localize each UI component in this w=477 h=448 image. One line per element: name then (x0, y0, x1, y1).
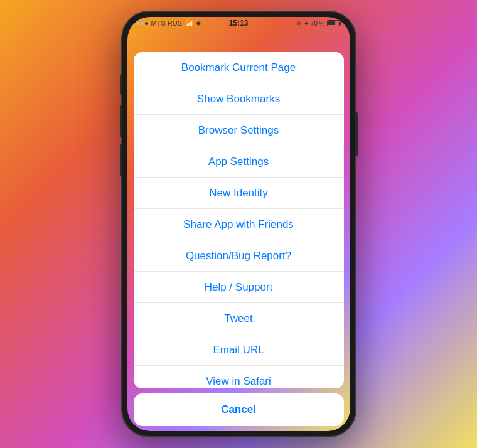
menu-item-help-support[interactable]: Help / Support (134, 272, 344, 303)
signal-dot-2 (141, 22, 144, 25)
wifi-icon: 📶 (185, 19, 194, 28)
phone-frame: MTS RUS 📶 ✹ 15:13 ◎ ✦ 70 % (121, 11, 356, 437)
menu-item-email-url[interactable]: Email URL (134, 334, 344, 366)
mute-button (120, 75, 122, 95)
status-time: 15:13 (229, 19, 249, 28)
menu-item-bookmark-current[interactable]: Bookmark Current Page (134, 52, 344, 83)
signal-dot-3 (145, 22, 148, 25)
power-button (355, 112, 358, 156)
battery-icon (327, 20, 341, 26)
action-sheet: Bookmark Current Page Show Bookmarks Bro… (127, 47, 350, 431)
signal-dot-1 (136, 22, 139, 25)
location-icon: ✹ (196, 20, 201, 27)
cancel-button[interactable]: Cancel (134, 393, 344, 426)
signal-icon (136, 22, 148, 25)
menu-list: Bookmark Current Page Show Bookmarks Bro… (134, 52, 344, 388)
status-bar: MTS RUS 📶 ✹ 15:13 ◎ ✦ 70 % (127, 17, 350, 29)
bluetooth-icon: ✦ (304, 20, 309, 27)
menu-item-share-app[interactable]: Share App with Friends (134, 209, 344, 240)
volume-down-button (120, 144, 122, 176)
menu-item-question-bug[interactable]: Question/Bug Report? (134, 240, 344, 272)
phone-screen: MTS RUS 📶 ✹ 15:13 ◎ ✦ 70 % (127, 17, 350, 431)
menu-item-view-safari[interactable]: View in Safari (134, 366, 344, 388)
menu-item-show-bookmarks[interactable]: Show Bookmarks (134, 83, 344, 115)
carrier-name: MTS RUS (151, 19, 183, 27)
menu-item-browser-settings[interactable]: Browser Settings (134, 115, 344, 146)
menu-item-new-identity[interactable]: New Identity (134, 178, 344, 209)
volume-up-button (120, 105, 122, 137)
location-service-icon: ◎ (296, 20, 302, 27)
status-right: ◎ ✦ 70 % (296, 20, 341, 27)
menu-item-tweet[interactable]: Tweet (134, 303, 344, 334)
battery-percent: 70 % (311, 20, 325, 27)
status-left: MTS RUS 📶 ✹ (136, 19, 201, 28)
menu-item-app-settings[interactable]: App Settings (134, 146, 344, 178)
